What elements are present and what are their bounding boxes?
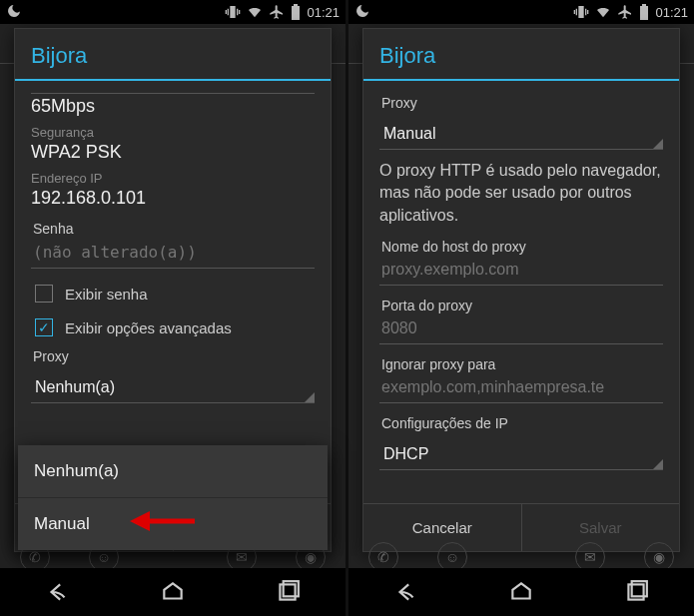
proxy-label: Proxy [33, 348, 315, 364]
vibrate-icon [573, 4, 589, 20]
status-bar: 01:21 [348, 0, 694, 24]
vibrate-icon [225, 4, 241, 20]
proxy-host-input[interactable] [379, 255, 663, 286]
back-button[interactable] [392, 578, 420, 606]
proxy-option-none[interactable]: Nenhum(a) [18, 445, 328, 498]
status-time: 01:21 [307, 5, 340, 20]
proxy-spinner[interactable]: Nenhum(a) [31, 370, 315, 403]
password-label: Senha [33, 221, 315, 237]
proxy-bypass-input[interactable] [379, 372, 663, 403]
dialog-footer: Cancelar Salvar [363, 503, 679, 551]
home-button[interactable] [507, 578, 535, 606]
back-button[interactable] [44, 578, 72, 606]
moon-icon [6, 3, 22, 22]
ip-settings-value: DHCP [383, 445, 428, 463]
wifi-dialog: Bijora Proxy Manual O proxy HTTP é usado… [362, 28, 680, 552]
proxy-port-label: Porta do proxy [381, 298, 663, 313]
proxy-host-label: Nome do host do proxy [381, 239, 663, 255]
ip-value: 192.168.0.101 [31, 188, 315, 209]
dialog-title: Bijora [363, 29, 679, 81]
advanced-options-checkbox[interactable]: ✓ [35, 318, 53, 336]
recents-button[interactable] [622, 578, 650, 606]
proxy-label: Proxy [381, 95, 663, 111]
phone-left: 01:21 Bijora 65Mbps Segurança WPA2 PSK E… [0, 0, 346, 616]
nav-bar [348, 568, 694, 616]
show-password-row[interactable]: Exibir senha [35, 285, 315, 303]
advanced-options-label: Exibir opções avançadas [65, 319, 232, 336]
proxy-port-input[interactable] [379, 313, 663, 344]
moon-icon [354, 3, 370, 22]
security-value: WPA2 PSK [31, 142, 315, 163]
show-password-label: Exibir senha [65, 286, 148, 303]
ip-settings-spinner[interactable]: DHCP [379, 437, 663, 470]
wifi-icon [247, 4, 263, 20]
ip-settings-label: Configurações de IP [381, 415, 663, 431]
proxy-info-text: O proxy HTTP é usado pelo navegador, mas… [379, 160, 663, 227]
show-password-checkbox[interactable] [35, 285, 53, 303]
security-label: Segurança [31, 125, 315, 140]
password-input[interactable] [31, 237, 315, 269]
nav-bar [0, 568, 346, 616]
proxy-dropdown-popup: Nenhum(a) Manual [18, 445, 328, 550]
airplane-icon [269, 4, 285, 20]
dock-icons: ✆ ☺ ✉ ◉ [348, 546, 694, 568]
airplane-icon [617, 4, 633, 20]
proxy-spinner-value: Nenhum(a) [35, 378, 115, 396]
home-button[interactable] [159, 578, 187, 606]
dialog-title: Bijora [15, 29, 331, 81]
status-time: 01:21 [655, 5, 688, 20]
recents-button[interactable] [274, 578, 302, 606]
wifi-icon [595, 4, 611, 20]
status-bar: 01:21 [0, 0, 346, 24]
proxy-spinner[interactable]: Manual [379, 117, 663, 150]
proxy-option-manual[interactable]: Manual [18, 498, 328, 550]
link-speed-value: 65Mbps [31, 96, 315, 117]
battery-icon [639, 4, 649, 20]
battery-icon [291, 4, 301, 20]
advanced-options-row[interactable]: ✓ Exibir opções avançadas [35, 318, 315, 336]
proxy-spinner-value: Manual [383, 125, 435, 143]
phone-right: 01:21 ▌ Bijora Proxy Manual O proxy HTTP… [348, 0, 694, 616]
ip-label: Endereço IP [31, 171, 315, 186]
proxy-bypass-label: Ignorar proxy para [381, 356, 663, 372]
